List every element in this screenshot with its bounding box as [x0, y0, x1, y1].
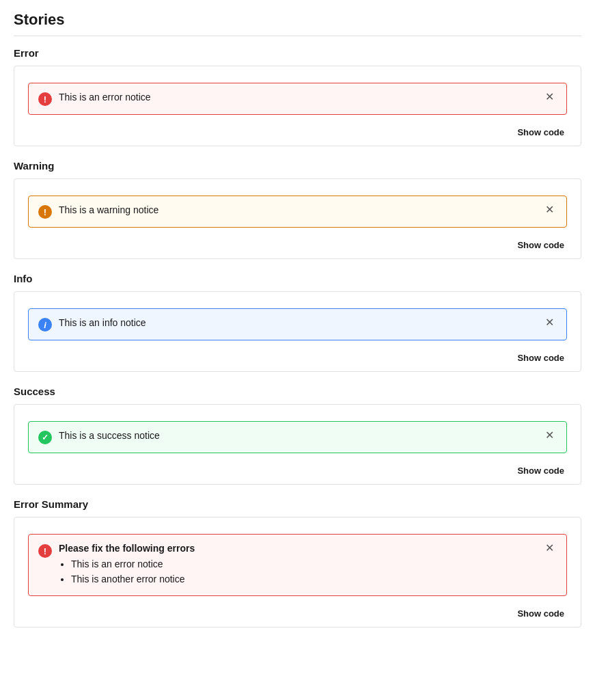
- error-notice-text: This is an error notice: [59, 92, 536, 103]
- section-title-success: Success: [14, 386, 581, 397]
- show-code-row-warning: Show code: [28, 233, 567, 252]
- page-container: Stories Error This is an error notice ✕ …: [0, 0, 595, 652]
- success-icon: [38, 431, 52, 444]
- notice-success: This is a success notice ✕: [28, 421, 567, 453]
- success-close-button[interactable]: ✕: [542, 430, 557, 441]
- show-code-button-info[interactable]: Show code: [514, 351, 567, 364]
- section-error-summary: Error Summary Please fix the following e…: [14, 498, 581, 628]
- section-title-error-summary: Error Summary: [14, 498, 581, 510]
- warning-icon: [38, 205, 52, 219]
- error-close-button[interactable]: ✕: [542, 92, 557, 103]
- story-box-success: This is a success notice ✕ Show code: [14, 404, 581, 485]
- show-code-button-warning[interactable]: Show code: [514, 239, 567, 252]
- info-close-button[interactable]: ✕: [542, 317, 557, 328]
- section-title-info: Info: [14, 273, 581, 284]
- story-box-error: This is an error notice ✕ Show code: [14, 66, 581, 146]
- notice-error-summary: Please fix the following errors This is …: [28, 534, 567, 596]
- warning-close-button[interactable]: ✕: [542, 204, 557, 215]
- info-icon: [38, 318, 52, 332]
- show-code-row-error-summary: Show code: [28, 602, 567, 620]
- notice-info: This is an info notice ✕: [28, 308, 567, 340]
- notice-warning: This is a warning notice ✕: [28, 196, 567, 228]
- story-box-error-summary: Please fix the following errors This is …: [14, 517, 581, 628]
- error-summary-heading: Please fix the following errors: [59, 543, 536, 554]
- section-success: Success This is a success notice ✕ Show …: [14, 386, 581, 485]
- error-summary-close-button[interactable]: ✕: [542, 543, 557, 554]
- story-box-info: This is an info notice ✕ Show code: [14, 291, 581, 372]
- show-code-button-error-summary[interactable]: Show code: [514, 607, 567, 620]
- section-title-warning: Warning: [14, 160, 581, 172]
- show-code-button-success[interactable]: Show code: [514, 464, 567, 477]
- show-code-row-info: Show code: [28, 346, 567, 364]
- info-notice-text: This is an info notice: [59, 317, 536, 328]
- error-icon: [38, 92, 52, 106]
- show-code-button-error[interactable]: Show code: [514, 126, 567, 139]
- section-warning: Warning This is a warning notice ✕ Show …: [14, 160, 581, 259]
- show-code-row-error: Show code: [28, 120, 567, 139]
- list-item: This is another error notice: [71, 571, 536, 587]
- error-summary-list: This is an error notice This is another …: [71, 556, 536, 587]
- error-summary-icon: [38, 544, 52, 558]
- section-error: Error This is an error notice ✕ Show cod…: [14, 47, 581, 146]
- section-title-error: Error: [14, 47, 581, 59]
- success-notice-text: This is a success notice: [59, 430, 536, 441]
- warning-notice-text: This is a warning notice: [59, 204, 536, 215]
- story-box-warning: This is a warning notice ✕ Show code: [14, 178, 581, 259]
- error-summary-content: Please fix the following errors This is …: [59, 543, 536, 587]
- list-item: This is an error notice: [71, 556, 536, 571]
- show-code-row-success: Show code: [28, 459, 567, 477]
- page-title: Stories: [14, 11, 581, 36]
- section-info: Info This is an info notice ✕ Show code: [14, 273, 581, 372]
- notice-error: This is an error notice ✕: [28, 83, 567, 115]
